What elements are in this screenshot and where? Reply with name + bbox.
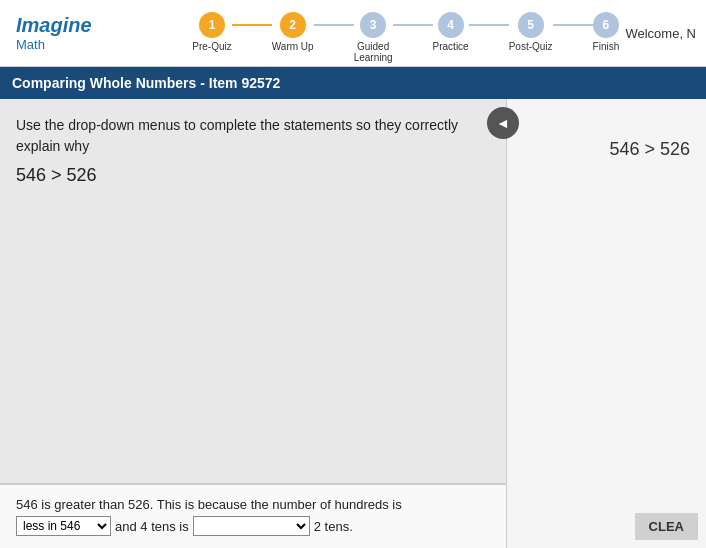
instruction-text: Use the drop-down menus to complete the … <box>16 115 490 157</box>
step-label-1: Pre-Quiz <box>192 41 231 52</box>
bottom-answer-area: 546 is greater than 526. This is because… <box>0 483 506 548</box>
comparison-statement: 546 > 526 <box>16 165 490 186</box>
logo-math: Math <box>16 37 92 52</box>
step-2[interactable]: 2 Warm Up <box>272 12 314 52</box>
right-panel: ◄ 546 > 526 CLEA <box>506 99 706 548</box>
connector-4-5 <box>469 24 509 26</box>
step-5[interactable]: 5 Post-Quiz <box>509 12 553 52</box>
step-circle-5: 5 <box>518 12 544 38</box>
audio-button[interactable]: ◄ <box>487 107 519 139</box>
step-label-6: Finish <box>593 41 620 52</box>
answer-text-before: 546 is greater than 526. This is because… <box>16 497 402 512</box>
left-panel: Use the drop-down menus to complete the … <box>0 99 506 548</box>
step-label-3: GuidedLearning <box>354 41 393 63</box>
answer-text-middle: and 4 tens is <box>115 519 189 534</box>
right-panel-content: 546 > 526 <box>507 99 706 505</box>
step-label-5: Post-Quiz <box>509 41 553 52</box>
step-3[interactable]: 3 GuidedLearning <box>354 12 393 63</box>
logo-imagine: Imagine <box>16 14 92 37</box>
section-title: Comparing Whole Numbers - Item 92572 <box>12 75 280 91</box>
step-circle-3: 3 <box>360 12 386 38</box>
main-content: Use the drop-down menus to complete the … <box>0 99 706 548</box>
step-4[interactable]: 4 Practice <box>433 12 469 52</box>
right-comparison: 546 > 526 <box>609 139 690 160</box>
welcome-text: Welcome, N <box>625 26 696 41</box>
answer-text-after: 2 tens. <box>314 519 353 534</box>
step-label-2: Warm Up <box>272 41 314 52</box>
step-circle-6: 6 <box>593 12 619 38</box>
hundreds-dropdown[interactable]: less in 546 more in 546 same in both <box>16 516 111 536</box>
connector-2-3 <box>314 24 354 26</box>
progress-steps: 1 Pre-Quiz 2 Warm Up 3 GuidedLearning 4 … <box>122 4 690 63</box>
step-circle-2: 2 <box>280 12 306 38</box>
step-label-4: Practice <box>433 41 469 52</box>
section-bar: Comparing Whole Numbers - Item 92572 <box>0 67 706 99</box>
clear-button[interactable]: CLEA <box>635 513 698 540</box>
logo-area: Imagine Math <box>16 14 92 52</box>
tens-dropdown[interactable]: more than 2 tens less than 2 tens equal … <box>193 516 310 536</box>
step-circle-1: 1 <box>199 12 225 38</box>
connector-5-6 <box>553 24 593 26</box>
step-1[interactable]: 1 Pre-Quiz <box>192 12 231 52</box>
header: Imagine Math 1 Pre-Quiz 2 Warm Up 3 Guid… <box>0 0 706 67</box>
connector-3-4 <box>393 24 433 26</box>
connector-1-2 <box>232 24 272 26</box>
step-6[interactable]: 6 Finish <box>593 12 620 52</box>
audio-icon: ◄ <box>496 115 510 131</box>
step-circle-4: 4 <box>438 12 464 38</box>
